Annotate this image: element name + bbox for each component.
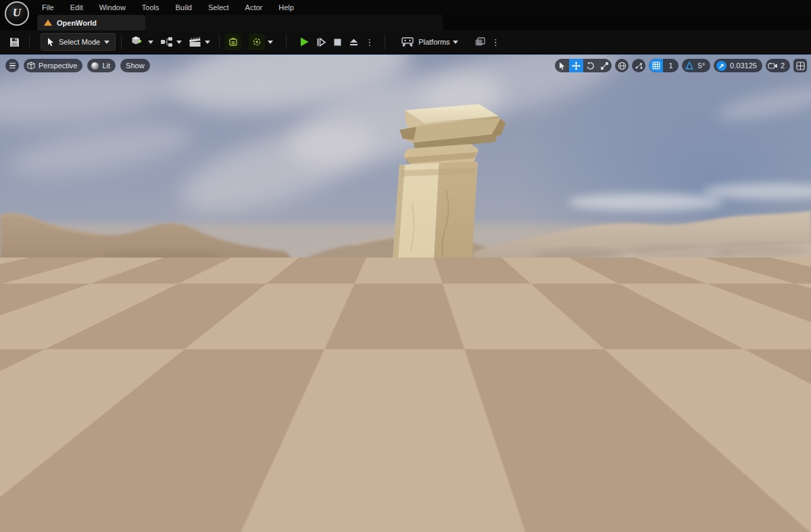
lit-dropdown[interactable]: Lit [87,59,116,72]
cinematics-button[interactable] [185,34,214,49]
chevron-down-icon [176,41,182,44]
menu-items: File Edit Window Tools Build Select Acto… [34,0,302,15]
axis-y-label: Y [1,510,5,516]
lit-label: Lit [102,62,116,70]
surface-snapping-button[interactable] [632,59,645,72]
grid-snap-icon [649,59,663,72]
rotate-icon [586,62,595,70]
platforms-dropdown[interactable]: Platforms [397,35,461,49]
menu-build[interactable]: Build [168,0,200,15]
coordinate-space-button[interactable] [615,59,629,72]
toolbar-options-kebab[interactable]: ⋮ [489,37,503,47]
window-icon [474,37,485,47]
quad-view-icon [796,62,805,70]
menu-window[interactable]: Window [91,0,134,15]
marble-column [0,55,811,532]
separator [121,34,122,49]
unreal-editor-window: U File Edit Window Tools Build Select Ac… [0,0,811,532]
select-arrow-icon [558,62,566,70]
cursor-icon [47,37,55,47]
camera-speed-control[interactable]: 2 [766,59,790,72]
menu-actor[interactable]: Actor [237,0,271,15]
grid-snap-control[interactable]: 1 [649,59,678,72]
rotate-tool-button[interactable] [583,59,597,72]
scale-snap-icon: ↗ [714,59,729,72]
perspective-label: Perspective [39,62,82,70]
blueprints-button[interactable] [157,34,185,49]
main-toolbar: Select Mode [0,30,811,54]
bridge-backpack-icon [228,37,239,47]
select-tool-button[interactable] [555,59,569,72]
viewport-options-button[interactable] [5,59,19,72]
perspective-dropdown[interactable]: Perspective [24,59,82,72]
gamepad-icon [401,37,416,47]
menu-help[interactable]: Help [270,0,302,15]
quick-settings-button[interactable] [245,32,276,52]
viewport-toolbar-right: 1 5° ↗ 0.03125 2 [555,59,807,72]
show-dropdown[interactable]: Show [120,59,150,72]
eject-icon [349,37,359,47]
angle-snap-icon [682,59,697,72]
select-mode-label: Select Mode [59,38,100,46]
surface-snap-icon [635,62,643,70]
menu-select[interactable]: Select [200,0,237,15]
viewport-3d[interactable]: Perspective Lit Show [0,54,811,532]
blueprint-nodes-icon [160,37,174,47]
gear-icon [251,37,262,47]
tab-well [145,15,443,30]
save-icon [9,37,20,48]
scale-snap-control[interactable]: ↗ 0.03125 [714,59,762,72]
add-actor-button[interactable] [127,33,157,51]
frame-skip-button[interactable] [313,35,330,49]
tab-label: OpenWorld [57,19,97,27]
play-button[interactable] [296,34,313,49]
viewport-toolbar-left: Perspective Lit Show [5,59,150,72]
gear-frame [249,34,265,50]
transform-tools [555,59,612,72]
menu-tools[interactable]: Tools [134,0,168,15]
clapperboard-icon [189,37,202,47]
tab-openworld[interactable]: OpenWorld [37,15,145,30]
axis-z-label: Z [20,495,24,502]
cube-icon [24,59,39,72]
hamburger-icon [9,63,16,69]
menu-file[interactable]: File [34,0,62,15]
level-icon [44,20,52,26]
grid-snap-value: 1 [663,62,678,70]
menu-bar: U File Edit Window Tools Build Select Ac… [0,0,811,15]
unreal-logo-icon[interactable]: U [5,1,29,26]
editor-layout-button[interactable] [471,35,489,49]
camera-icon [766,59,781,72]
chevron-down-icon [453,41,458,44]
stop-button[interactable] [330,36,345,49]
scale-icon [600,62,609,70]
move-tool-button[interactable] [569,59,583,72]
scale-snap-value: 0.03125 [729,62,762,70]
separator [385,34,385,49]
scale-tool-button[interactable] [597,59,612,72]
separator [219,34,220,49]
skip-icon [316,37,326,47]
camera-speed-value: 2 [781,62,790,70]
chevron-down-icon [148,41,153,44]
menu-edit[interactable]: Edit [62,0,91,15]
play-options-kebab[interactable]: ⋮ [362,37,376,47]
axis-gizmo: Z X Y [0,481,47,532]
save-button[interactable] [5,34,24,50]
chevron-down-icon [104,41,109,44]
lit-sphere-icon [87,59,102,72]
axis-x-label: X [30,518,35,525]
eject-button[interactable] [345,35,362,49]
stop-icon [333,38,342,47]
show-label: Show [120,62,150,70]
select-mode-dropdown[interactable]: Select Mode [41,33,116,51]
separator [29,34,30,49]
platforms-label: Platforms [418,38,449,46]
play-icon [299,37,310,47]
rotation-snap-control[interactable]: 5° [682,59,711,72]
viewport-hand-cursor [707,463,730,483]
marketplace-button[interactable] [225,34,241,50]
chevron-down-icon [205,41,210,44]
chevron-down-icon [268,41,273,44]
quad-view-button[interactable] [793,59,807,72]
